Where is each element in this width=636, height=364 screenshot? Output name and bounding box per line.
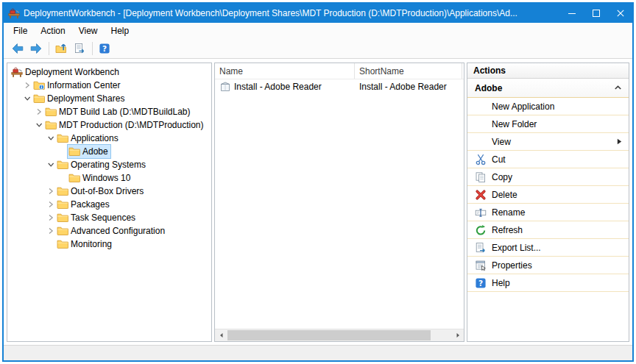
tree-expand-icon[interactable] bbox=[46, 214, 56, 221]
action-group-adobe[interactable]: Adobe bbox=[467, 79, 629, 98]
tree-item-operating-systems[interactable]: Operating Systems bbox=[7, 158, 211, 171]
tree-node[interactable]: Information Center bbox=[32, 79, 122, 92]
tree-item-task-sequences[interactable]: Task Sequences bbox=[7, 211, 211, 224]
column-header-name[interactable]: Name bbox=[215, 63, 355, 79]
export-report-button[interactable] bbox=[71, 40, 88, 57]
tree-collapse-icon[interactable] bbox=[46, 161, 56, 168]
menu-file[interactable]: File bbox=[7, 23, 34, 39]
menu-view[interactable]: View bbox=[72, 23, 105, 39]
folder-icon bbox=[57, 159, 68, 171]
action-export-list[interactable]: Export List... bbox=[467, 239, 629, 257]
tree-item-label: Operating Systems bbox=[68, 160, 146, 170]
help-button[interactable]: ? bbox=[96, 40, 113, 57]
collapse-group-icon[interactable] bbox=[614, 84, 622, 92]
tree-item-label: MDT Production (D:\MDTProduction) bbox=[57, 120, 204, 130]
tree-item-label: Windows 10 bbox=[80, 173, 130, 183]
up-one-level-button[interactable] bbox=[52, 40, 70, 57]
toolbar: ? bbox=[4, 39, 632, 59]
scroll-right-icon[interactable] bbox=[451, 329, 464, 341]
tree-item-out-of-box-drivers[interactable]: Out-of-Box Drivers bbox=[7, 185, 211, 198]
action-view[interactable]: View bbox=[467, 133, 629, 151]
action-new-application[interactable]: New Application bbox=[467, 98, 629, 115]
tree-collapse-icon[interactable] bbox=[46, 135, 56, 142]
folder-icon bbox=[45, 119, 57, 131]
tree-node[interactable]: Applications bbox=[56, 132, 121, 145]
folder-icon bbox=[57, 132, 68, 144]
cut-icon bbox=[475, 154, 487, 165]
folder-icon bbox=[68, 172, 80, 184]
tree-node[interactable]: Task Sequences bbox=[56, 211, 138, 224]
tree-item-packages[interactable]: Packages bbox=[7, 198, 211, 211]
tree-node[interactable]: MDT Build Lab (D:\MDTBuildLab) bbox=[44, 105, 193, 118]
action-new-folder[interactable]: New Folder bbox=[467, 115, 629, 133]
forward-arrow-icon bbox=[30, 43, 42, 54]
tree-expand-icon[interactable] bbox=[22, 82, 32, 89]
action-rename[interactable]: Rename bbox=[467, 204, 629, 221]
tree-node[interactable]: Deployment Shares bbox=[32, 92, 127, 105]
list-row-install-adobe-reader[interactable]: Install - Adobe ReaderInstall - Adobe Re… bbox=[215, 79, 464, 94]
tree-item-information-center[interactable]: Information Center bbox=[7, 79, 211, 92]
tree-item-adobe[interactable]: Adobe bbox=[7, 145, 211, 158]
tree-expand-icon[interactable] bbox=[46, 188, 56, 195]
application-box-icon bbox=[219, 81, 231, 93]
tree-expand-icon[interactable] bbox=[46, 201, 56, 208]
tree-collapse-icon[interactable] bbox=[22, 95, 32, 102]
scroll-left-icon[interactable] bbox=[215, 329, 227, 341]
tree-node[interactable]: Deployment Workbench bbox=[10, 65, 121, 79]
folder-icon bbox=[57, 212, 68, 224]
tree-item-deployment-workbench[interactable]: Deployment Workbench bbox=[7, 65, 211, 79]
back-arrow-icon bbox=[12, 43, 24, 54]
delete-icon bbox=[475, 189, 487, 201]
tree-node[interactable]: Monitoring bbox=[56, 238, 114, 251]
menu-action[interactable]: Action bbox=[34, 23, 71, 39]
tree-node[interactable]: Adobe bbox=[68, 145, 110, 158]
tree-node[interactable]: Packages bbox=[56, 198, 112, 211]
folder-icon bbox=[57, 199, 68, 210]
action-refresh[interactable]: Refresh bbox=[467, 221, 629, 239]
maximize-button[interactable] bbox=[584, 4, 608, 23]
action-label: New Folder bbox=[492, 119, 537, 129]
title-bar[interactable]: DeploymentWorkbench - [Deployment Workbe… bbox=[4, 4, 632, 23]
scrollbar-thumb[interactable] bbox=[227, 330, 431, 340]
action-cut[interactable]: Cut bbox=[467, 151, 629, 168]
horizontal-scrollbar[interactable] bbox=[215, 329, 464, 341]
cell-shortname: Install - Adobe Reader bbox=[355, 82, 462, 92]
close-button[interactable] bbox=[608, 4, 632, 23]
action-help[interactable]: ?Help bbox=[467, 274, 629, 292]
cell-name: Install - Adobe Reader bbox=[215, 81, 355, 93]
tree-node[interactable]: Out-of-Box Drivers bbox=[56, 185, 146, 198]
tree-node[interactable]: Advanced Configuration bbox=[56, 224, 167, 238]
tree-node[interactable]: Windows 10 bbox=[68, 171, 132, 185]
action-properties[interactable]: Properties bbox=[467, 257, 629, 274]
tree-item-windows-10[interactable]: Windows 10 bbox=[7, 171, 211, 185]
tree-node[interactable]: Operating Systems bbox=[56, 158, 148, 171]
menu-help[interactable]: Help bbox=[105, 23, 136, 39]
tree-item-monitoring[interactable]: Monitoring bbox=[7, 238, 211, 251]
action-delete[interactable]: Delete bbox=[467, 186, 629, 204]
tree-item-label: MDT Build Lab (D:\MDTBuildLab) bbox=[57, 107, 191, 117]
column-header-shortname[interactable]: ShortName bbox=[355, 63, 462, 79]
back-button[interactable] bbox=[9, 40, 26, 57]
minimize-button[interactable] bbox=[559, 4, 584, 23]
action-label: New Application bbox=[492, 101, 554, 112]
tree: Deployment WorkbenchInformation CenterDe… bbox=[7, 65, 211, 251]
properties-icon bbox=[475, 260, 487, 271]
help-icon: ? bbox=[99, 43, 110, 54]
list-body: Install - Adobe ReaderInstall - Adobe Re… bbox=[215, 79, 464, 94]
forward-button[interactable] bbox=[27, 40, 45, 57]
action-label: Export List... bbox=[492, 243, 541, 253]
tree-item-mdt-build-lab-d-mdtbuildlab[interactable]: MDT Build Lab (D:\MDTBuildLab) bbox=[7, 105, 211, 118]
tree-expand-icon[interactable] bbox=[34, 108, 44, 115]
tree-expand-icon[interactable] bbox=[46, 227, 56, 235]
tree-collapse-icon[interactable] bbox=[34, 121, 44, 129]
tree-item-label: Advanced Configuration bbox=[68, 226, 165, 236]
action-label: View bbox=[492, 137, 511, 147]
tree-item-mdt-production-d-mdtproduction[interactable]: MDT Production (D:\MDTProduction) bbox=[7, 118, 211, 132]
tree-node[interactable]: MDT Production (D:\MDTProduction) bbox=[44, 118, 206, 132]
action-copy[interactable]: Copy bbox=[467, 168, 629, 186]
tree-item-advanced-configuration[interactable]: Advanced Configuration bbox=[7, 224, 211, 238]
actions-list: New ApplicationNew FolderViewCutCopyDele… bbox=[467, 98, 629, 292]
tree-item-deployment-shares[interactable]: Deployment Shares bbox=[7, 92, 211, 105]
tree-item-applications[interactable]: Applications bbox=[7, 132, 211, 145]
app-icon bbox=[8, 7, 20, 19]
